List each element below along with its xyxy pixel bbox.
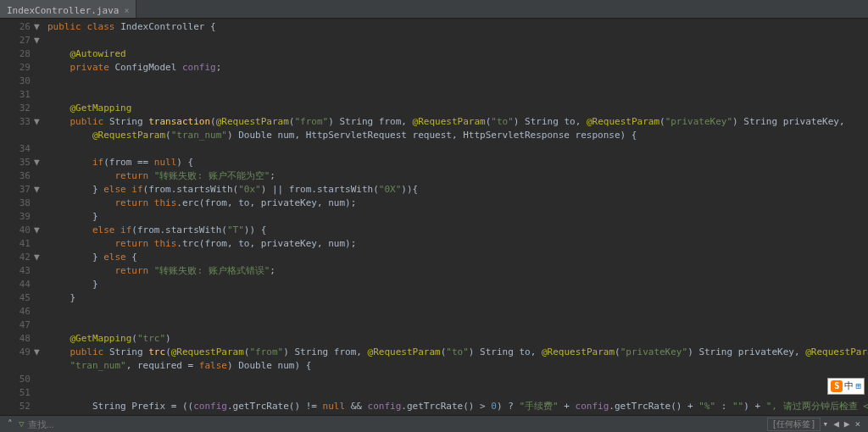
- ime-mode: 中: [844, 379, 854, 393]
- file-tab[interactable]: IndexController.java ×: [0, 0, 136, 18]
- collapse-search-icon[interactable]: ˄: [5, 418, 15, 429]
- line-number-gutter: 2627282930313233343536373839404142434445…: [0, 19, 34, 415]
- tab-bar: IndexController.java ×: [0, 0, 868, 19]
- editor[interactable]: 2627282930313233343536373839404142434445…: [0, 19, 868, 415]
- next-match-icon[interactable]: ▶: [842, 418, 853, 429]
- search-input[interactable]: [28, 419, 198, 429]
- tag-selector[interactable]: [任何标签]: [767, 418, 820, 431]
- code-area[interactable]: public class IndexController { @Autowire…: [44, 19, 868, 415]
- ime-grid-icon: ⊞: [855, 379, 861, 393]
- filter-icon[interactable]: ▽: [15, 418, 28, 429]
- tab-title: IndexController.java: [7, 5, 119, 16]
- ime-indicator[interactable]: S 中 ⊞: [827, 378, 865, 395]
- close-icon[interactable]: ×: [124, 6, 129, 15]
- prev-match-icon[interactable]: ◀: [831, 418, 842, 429]
- fold-gutter[interactable]: ▼▼ ▼ ▼ ▼ ▼ ▼ ▼ ▼: [34, 19, 44, 415]
- search-bar: ˄ ▽ [任何标签] ▾ ◀ ▶ ×: [0, 415, 868, 432]
- sogou-icon: S: [831, 380, 843, 392]
- tag-dropdown-icon[interactable]: ▾: [821, 418, 832, 429]
- close-search-icon[interactable]: ×: [852, 418, 863, 429]
